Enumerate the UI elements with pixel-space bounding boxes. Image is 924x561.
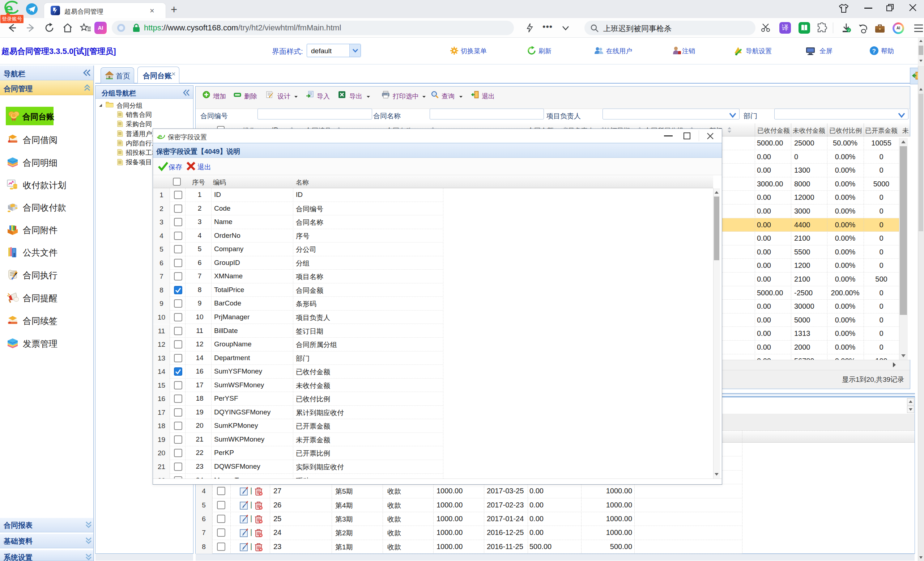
svg-text:?: ? bbox=[872, 48, 876, 55]
svg-text:V: V bbox=[848, 29, 850, 32]
svg-text:e: e bbox=[158, 132, 162, 140]
